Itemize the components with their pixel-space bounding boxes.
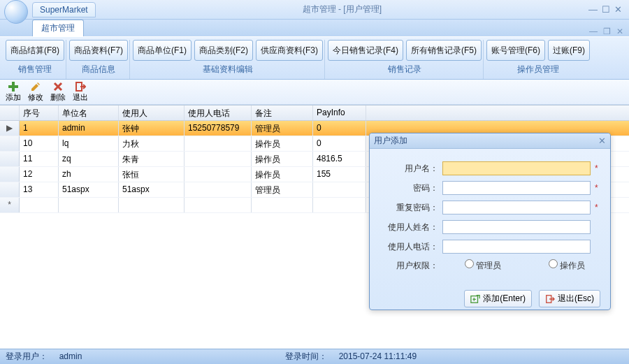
ribbon-group-basic: 商品单位(F1) 商品类别(F2) 供应商资料(F3) 基础资料编辑 — [131, 40, 325, 79]
cell: zh — [59, 167, 119, 182]
cell — [313, 182, 366, 197]
role-admin-option[interactable]: 管理员 — [442, 259, 505, 272]
exit-button[interactable]: 退出 — [71, 81, 89, 103]
toolbar: 添加 修改 删除 退出 — [0, 80, 629, 105]
cell: 1 — [20, 121, 59, 136]
mdi-close-icon[interactable]: ✕ — [616, 27, 623, 36]
dialog-exit-button[interactable]: 退出(Esc) — [539, 290, 600, 307]
cell — [0, 152, 20, 166]
cell: 51aspx — [59, 182, 119, 197]
add-icon — [8, 81, 19, 92]
col-payinfo[interactable]: PayInfo — [313, 105, 366, 120]
cell — [185, 136, 252, 151]
cell: 11 — [20, 152, 59, 166]
required-mark: * — [595, 183, 600, 193]
title-bar: SuperMarket 超市管理 - [用户管理] — ☐ ✕ — [0, 0, 629, 20]
cell: zq — [59, 152, 119, 166]
cell: 15250778579 — [185, 121, 252, 136]
tab-management[interactable]: 超市管理 — [32, 20, 84, 36]
dialog-close-icon[interactable]: ✕ — [598, 136, 606, 146]
mdi-minimize-icon[interactable]: — — [589, 27, 598, 36]
cell — [185, 152, 252, 166]
cell: 管理员 — [252, 182, 313, 197]
phone-input[interactable] — [442, 240, 591, 254]
cell: 管理员 — [252, 121, 313, 136]
cell: 张钟 — [119, 121, 185, 136]
cell: 操作员 — [252, 167, 313, 182]
product-info-button[interactable]: 商品资料(F7) — [69, 40, 128, 61]
ribbon: 商品结算(F8) 销售管理 商品资料(F7) 商品信息 商品单位(F1) 商品类… — [0, 36, 629, 80]
add-icon — [470, 294, 480, 304]
ribbon-group-label: 基础资料编辑 — [203, 64, 253, 75]
unit-button[interactable]: 商品单位(F1) — [133, 40, 191, 61]
phone-label: 使用人电话： — [379, 241, 442, 253]
col-unit[interactable]: 单位名 — [59, 105, 119, 120]
supplier-button[interactable]: 供应商资料(F3) — [256, 40, 323, 61]
dialog-header[interactable]: 用户添加 ✕ — [370, 133, 610, 149]
role-admin-radio[interactable] — [465, 259, 474, 268]
edit-icon — [30, 81, 41, 92]
category-button[interactable]: 商品类别(F2) — [194, 40, 253, 61]
cell: 4816.5 — [313, 152, 366, 166]
required-mark: * — [595, 203, 600, 212]
exit-label: 退出 — [73, 92, 88, 103]
ribbon-group-operator: 账号管理(F6) 过账(F9) 操作员管理 — [485, 40, 591, 79]
username-input[interactable] — [442, 161, 591, 175]
maximize-button[interactable]: ☐ — [602, 4, 610, 15]
ribbon-group-label: 销售管理 — [18, 64, 52, 75]
edit-button[interactable]: 修改 — [27, 81, 45, 103]
minimize-button[interactable]: — — [588, 4, 598, 15]
status-time: 2015-07-24 11:11:49 — [339, 351, 417, 361]
exit-icon — [545, 294, 555, 304]
cell: lq — [59, 136, 119, 151]
ribbon-group-records: 今日销售记录(F4) 所有销售记录(F5) 销售记录 — [326, 40, 484, 79]
edit-label: 修改 — [28, 92, 43, 103]
role-label: 用户权限： — [379, 260, 442, 272]
mdi-restore-icon[interactable]: ❐ — [603, 27, 611, 36]
realname-label: 使用人姓名： — [379, 221, 442, 233]
status-time-label: 登录时间： — [285, 351, 327, 361]
col-seq[interactable]: 序号 — [20, 105, 59, 120]
document-tabs: 超市管理 — ❐ ✕ — [0, 20, 629, 36]
exit-icon — [75, 81, 86, 92]
all-sales-button[interactable]: 所有销售记录(F5) — [406, 40, 482, 61]
delete-button[interactable]: 删除 — [49, 81, 67, 103]
checkout-button[interactable]: 商品结算(F8) — [6, 40, 64, 61]
delete-label: 删除 — [50, 92, 66, 103]
today-sales-button[interactable]: 今日销售记录(F4) — [328, 40, 403, 61]
cell: 0 — [313, 121, 366, 136]
cell: 操作员 — [252, 136, 313, 151]
col-remark[interactable]: 备注 — [252, 105, 313, 120]
role-operator-option[interactable]: 操作员 — [526, 259, 589, 272]
col-indicator[interactable] — [0, 105, 20, 120]
password-input[interactable] — [442, 181, 591, 195]
cell: 操作员 — [252, 152, 313, 166]
col-phone[interactable]: 使用人电话 — [185, 105, 252, 120]
cell: 0 — [313, 136, 366, 151]
cell: 155 — [313, 167, 366, 182]
cell — [0, 167, 20, 182]
dialog-add-button[interactable]: 添加(Enter) — [464, 290, 532, 307]
cell — [185, 167, 252, 182]
add-button[interactable]: 添加 — [4, 81, 22, 103]
dialog-title: 用户添加 — [374, 135, 598, 147]
realname-input[interactable] — [442, 220, 591, 234]
cell — [0, 136, 20, 151]
posting-button[interactable]: 过账(F9) — [548, 40, 590, 61]
cell: 12 — [20, 167, 59, 182]
status-user: admin — [59, 351, 82, 361]
repeat-password-input[interactable] — [442, 201, 591, 214]
close-button[interactable]: ✕ — [614, 4, 622, 15]
col-user[interactable]: 使用人 — [119, 105, 185, 120]
cell: ▶ — [0, 121, 20, 136]
ribbon-group-label: 操作员管理 — [517, 64, 559, 75]
ribbon-group-product: 商品资料(F7) 商品信息 — [68, 40, 130, 79]
add-user-dialog: 用户添加 ✕ 用户名：* 密码：* 重复密码：* 使用人姓名： 使用人电话： 用… — [369, 133, 611, 310]
role-operator-radio[interactable] — [549, 259, 558, 268]
delete-icon — [52, 81, 64, 92]
window-title: 超市管理 - [用户管理] — [96, 3, 588, 15]
app-orb[interactable] — [4, 0, 28, 24]
add-label: 添加 — [6, 92, 21, 103]
account-button[interactable]: 账号管理(F6) — [486, 40, 545, 61]
cell: 力秋 — [119, 136, 185, 151]
